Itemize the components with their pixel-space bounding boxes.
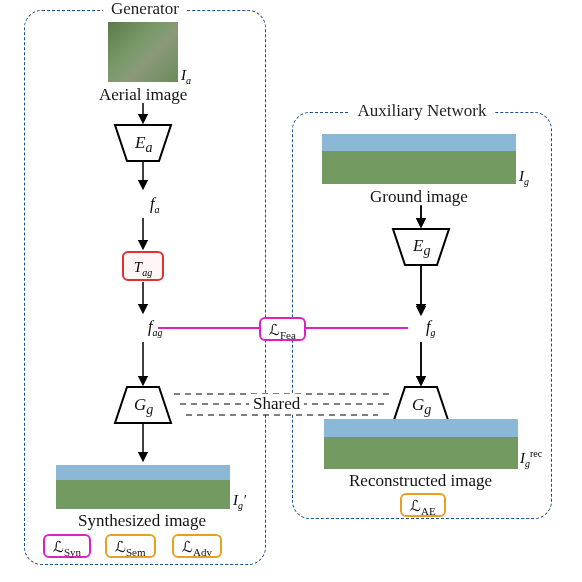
decoder-g-left-label: Gg <box>134 395 153 418</box>
symbol-Ig: Ig <box>519 168 529 187</box>
encoder-a-label: Ea <box>135 133 151 156</box>
generator-title: Generator <box>103 0 187 19</box>
recon-caption: Reconstructed image <box>349 471 492 491</box>
reconstructed-image <box>324 419 518 469</box>
decoder-g-right-label: Gg <box>412 395 431 418</box>
loss-adv: ℒAdv <box>172 534 222 558</box>
tag-transform: Tag <box>122 251 164 281</box>
diagram-root: Generator Auxiliary Network Ia Aerial im… <box>0 0 582 582</box>
feature-fg: fg <box>426 318 435 338</box>
ground-caption: Ground image <box>370 187 468 207</box>
synthesized-image <box>56 465 230 509</box>
symbol-Igp: Ig′ <box>233 492 246 511</box>
symbol-Igrec: Igrec <box>520 448 542 469</box>
loss-sem: ℒSem <box>105 534 156 558</box>
encoder-g-label: Eg <box>413 236 430 259</box>
loss-syn: ℒSyn <box>43 534 91 558</box>
shared-label: Shared <box>249 394 304 414</box>
aerial-caption: Aerial image <box>99 85 187 105</box>
feature-fa: fa <box>150 195 159 215</box>
aerial-image <box>108 22 178 82</box>
ground-image <box>322 134 516 184</box>
loss-fea: ℒFea <box>259 317 306 341</box>
auxiliary-title: Auxiliary Network <box>350 101 495 121</box>
synth-caption: Synthesized image <box>78 511 206 531</box>
feature-fag: fag <box>148 318 162 338</box>
symbol-Ia: Ia <box>181 67 191 86</box>
loss-ae: ℒAE <box>400 493 446 517</box>
